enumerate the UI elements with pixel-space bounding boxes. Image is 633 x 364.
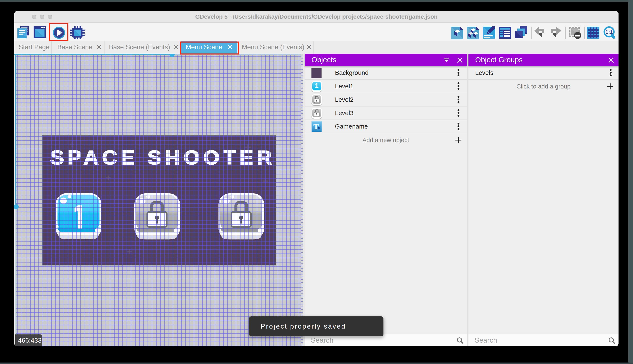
svg-text:1:1: 1:1 [605,29,613,35]
